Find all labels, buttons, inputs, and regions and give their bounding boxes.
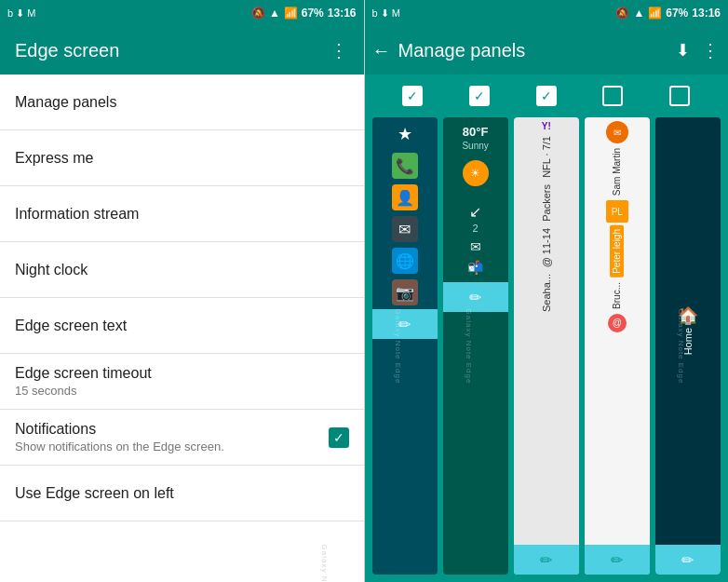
missed-calls-count: 2: [473, 223, 479, 234]
sports-nfl: NFL · 7/1: [539, 134, 554, 180]
menu-list: Manage panels Express me Information str…: [0, 74, 364, 582]
menu-item-title-notifications: Notifications: [15, 421, 224, 438]
menu-item-title-edge-screen-text: Edge screen text: [15, 318, 127, 334]
home-content: 🏠 Home: [655, 117, 721, 545]
back-button[interactable]: ←: [372, 40, 391, 61]
sports-score: @ 11-14: [539, 226, 554, 269]
menu-item-title-manage-panels: Manage panels: [15, 94, 116, 111]
panel-checkbox-2[interactable]: ✓: [469, 86, 490, 106]
globe-icon: 🌐: [392, 248, 418, 274]
panel-checkbox-5[interactable]: [669, 86, 690, 106]
time-right: 13:16: [692, 7, 721, 20]
panel-card-contacts[interactable]: ✉ Sam Martin PL Peter leigh Bruc... @ ✏: [585, 117, 650, 575]
status-icons-right: b ⬇ M: [372, 7, 400, 20]
menu-item-information-stream[interactable]: Information stream: [0, 186, 364, 242]
contacts-bottom: ✏: [585, 545, 650, 575]
menu-item-subtitle-notifications: Show notifications on the Edge screen.: [15, 440, 224, 453]
time-left: 13:16: [328, 7, 357, 20]
wifi-icon-right: ▲: [633, 7, 644, 20]
app-bar-actions-left: ⋮: [330, 39, 349, 61]
more-options-button-left[interactable]: ⋮: [330, 39, 349, 61]
watermark-panel2: Galaxy Note Edge: [465, 308, 473, 384]
app-bar-title-left: Edge screen: [15, 40, 119, 61]
sports-team1: Packers: [539, 183, 554, 223]
missed-calls-icon: ↙: [469, 203, 481, 221]
weather-sun-icon: ☀: [463, 160, 489, 186]
panels-area: ✓ ✓ ✓ ★ 📞 👤 ✉ 🌐 📷 ✏ Galaxy Note Edge: [365, 74, 729, 582]
menu-item-edge-screen-text[interactable]: Edge screen text: [0, 298, 364, 354]
sports-bottom: ✏: [514, 545, 579, 575]
favorites-bottom: ✏: [372, 309, 438, 339]
menu-item-title-edge-screen-timeout: Edge screen timeout: [15, 365, 152, 382]
status-icons-left: b ⬇ M: [7, 7, 35, 20]
menu-item-use-edge-left[interactable]: Use Edge screen on left: [0, 466, 364, 521]
battery-text-left: 67%: [302, 7, 324, 20]
menu-item-express-me[interactable]: Express me: [0, 130, 364, 186]
sports-logo: Y!: [542, 121, 551, 131]
status-bar-right: b ⬇ M 🔕 ▲ 📶 67% 13:16: [365, 0, 729, 26]
panel-checkbox-1[interactable]: ✓: [402, 86, 423, 106]
phone-icon: 📞: [392, 153, 418, 179]
notification-icons: b ⬇ M: [7, 7, 35, 20]
contact1-name: Sam Martin: [610, 146, 624, 197]
wifi-icon: ▲: [269, 7, 280, 20]
status-right-right: 🔕 ▲ 📶 67% 13:16: [615, 7, 721, 20]
left-panel: b ⬇ M 🔕 ▲ 📶 67% 13:16 Edge screen ⋮ Mana…: [0, 0, 364, 582]
notification-icons-right: b ⬇ M: [372, 7, 400, 20]
contact1-avatar: ✉: [606, 121, 628, 143]
app-bar-title-right: Manage panels: [398, 40, 526, 61]
contact2-avatar: PL: [606, 200, 628, 223]
weather-temp: 80°F: [463, 125, 489, 139]
contacts-content: ✉ Sam Martin PL Peter leigh Bruc... @: [585, 117, 650, 545]
signal-icon-right: 📶: [648, 7, 662, 20]
menu-item-title-express-me: Express me: [15, 150, 93, 167]
sports-team2: Seaha...: [539, 272, 554, 314]
star-icon: ★: [392, 121, 418, 147]
contact3-name: Bruc...: [610, 280, 624, 311]
panel-card-sports[interactable]: Y! NFL · 7/1 Packers @ 11-14 Seaha... ✏: [514, 117, 579, 575]
weather-bottom: ✏: [443, 282, 508, 312]
app-bar-left: Edge screen ⋮: [0, 26, 364, 74]
message-icon: ✉: [470, 239, 481, 254]
app-bar-actions-right: ⬇ ⋮: [676, 39, 721, 61]
menu-item-title-information-stream: Information stream: [15, 206, 139, 223]
panel-card-weather[interactable]: 80°F Sunny ☀ ↙ 2 ✉ 📬 ✏ Galaxy Note Edge: [443, 117, 508, 575]
menu-item-subtitle-edge-screen-timeout: 15 seconds: [15, 384, 152, 398]
panels-row: ★ 📞 👤 ✉ 🌐 📷 ✏ Galaxy Note Edge 80°F Sunn…: [372, 117, 721, 575]
camera-icon: 📷: [392, 279, 418, 305]
mute-icon-right: 🔕: [615, 7, 629, 20]
menu-item-notifications[interactable]: Notifications Show notifications on the …: [0, 410, 364, 466]
download-button[interactable]: ⬇: [676, 40, 690, 61]
menu-item-edge-screen-timeout[interactable]: Edge screen timeout 15 seconds: [0, 354, 364, 410]
contact2-name: Peter leigh: [610, 225, 624, 277]
home-label: Home: [681, 326, 695, 357]
status-bar-left: b ⬇ M 🔕 ▲ 📶 67% 13:16: [0, 0, 364, 26]
favorites-icons: ★ 📞 👤 ✉ 🌐 📷: [372, 117, 438, 309]
right-panel: b ⬇ M 🔕 ▲ 📶 67% 13:16 ← Manage panels ⬇ …: [365, 0, 729, 582]
menu-item-title-use-edge-left: Use Edge screen on left: [15, 485, 174, 502]
sports-content: Y! NFL · 7/1 Packers @ 11-14 Seaha...: [514, 117, 579, 545]
volume-icon: 🔕: [251, 7, 265, 20]
app-bar-right-left: ← Manage panels: [372, 40, 526, 61]
more-options-button-right[interactable]: ⋮: [701, 39, 721, 61]
status-right-left: 🔕 ▲ 📶 67% 13:16: [251, 7, 357, 20]
contact3-avatar: @: [608, 314, 627, 332]
notifications-checkbox[interactable]: ✓: [329, 427, 349, 448]
weather-content: 80°F Sunny ☀ ↙ 2 ✉ 📬: [443, 117, 508, 282]
battery-text-right: 67%: [666, 7, 688, 20]
menu-item-manage-panels[interactable]: Manage panels: [0, 74, 364, 130]
home-bottom: ✏: [655, 545, 721, 575]
panel-card-home[interactable]: 🏠 Home ✏ Galaxy Note Edge: [655, 117, 721, 575]
app-bar-right: ← Manage panels ⬇ ⋮: [365, 26, 729, 74]
panel-checkbox-3[interactable]: ✓: [536, 86, 557, 106]
panel-checkbox-4[interactable]: [602, 86, 623, 106]
email-icon: ✉: [392, 216, 418, 242]
home-icon: 🏠: [678, 305, 698, 326]
panel-checkboxes-row: ✓ ✓ ✓: [372, 82, 721, 110]
panel-card-favorites[interactable]: ★ 📞 👤 ✉ 🌐 📷 ✏ Galaxy Note Edge: [372, 117, 438, 575]
menu-item-title-night-clock: Night clock: [15, 262, 88, 278]
mail-icon: 📬: [467, 260, 483, 275]
menu-item-night-clock[interactable]: Night clock: [0, 242, 364, 298]
weather-condition: Sunny: [462, 141, 488, 151]
contact-icon: 👤: [392, 184, 418, 210]
